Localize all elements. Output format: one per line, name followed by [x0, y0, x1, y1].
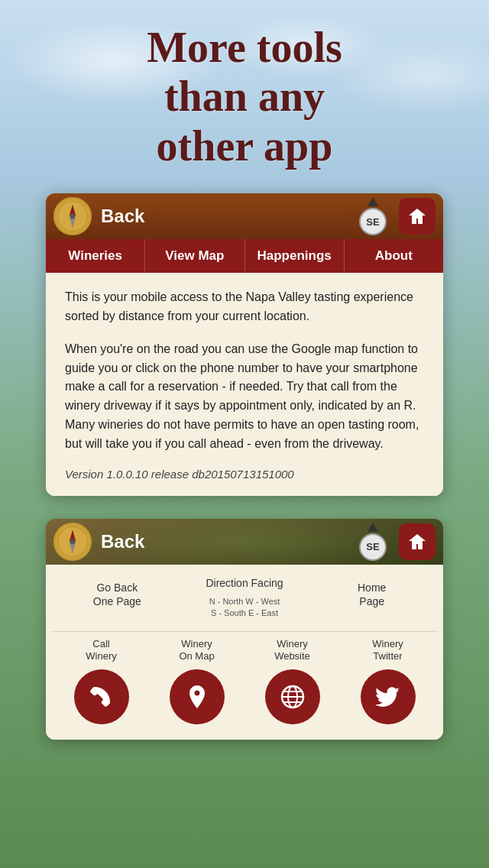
winery-twitter-label: Winery Twitter: [372, 638, 403, 664]
winery-website-label: Winery Website: [274, 638, 310, 664]
winery-on-map-col: Winery On Map: [149, 638, 244, 725]
app-card-1: Back SE Wineries View Map Happenings Abo…: [46, 193, 443, 495]
compass-triangle-1: [368, 197, 378, 206]
nav-bar-1: Back SE: [46, 193, 443, 239]
home-button-2[interactable]: [399, 523, 436, 560]
go-back-col[interactable]: Go Back One Page: [53, 581, 181, 614]
buttons-row: Go Back One Page Direction Facing N - No…: [46, 565, 443, 631]
home-page-label: Home Page: [358, 581, 386, 608]
nav-logo[interactable]: [53, 197, 92, 235]
winery-website-col: Winery Website: [244, 638, 340, 725]
direction-facing-col: Direction Facing N - North W - West S - …: [181, 576, 309, 620]
home-page-col[interactable]: Home Page: [308, 581, 436, 614]
menu-viewmap[interactable]: View Map: [144, 239, 244, 273]
menu-bar-1: Wineries View Map Happenings About: [46, 239, 443, 273]
svg-point-3: [70, 214, 76, 219]
compass-triangle-2: [368, 523, 378, 532]
direction-sub-label: N - North W - West S - South E - East: [209, 596, 280, 620]
call-winery-label: Call Winery: [86, 638, 116, 664]
winery-on-map-button[interactable]: [170, 669, 225, 724]
menu-about[interactable]: About: [344, 239, 443, 273]
winery-on-map-label: Winery On Map: [179, 638, 214, 664]
compass-circle-2: SE: [359, 533, 387, 561]
back-button-1[interactable]: Back: [101, 206, 355, 227]
nav-logo-2[interactable]: [53, 523, 92, 561]
menu-wineries[interactable]: Wineries: [46, 239, 144, 273]
menu-happenings[interactable]: Happenings: [244, 239, 344, 273]
home-button-1[interactable]: [399, 198, 436, 235]
hero-title: More tools than any other app: [147, 23, 342, 170]
nav-bar-2: Back SE: [46, 519, 443, 565]
back-button-2[interactable]: Back: [101, 531, 355, 552]
call-winery-col: Call Winery: [53, 638, 149, 725]
direction-facing-label: Direction Facing: [206, 576, 283, 590]
winery-twitter-col: Winery Twitter: [340, 638, 436, 725]
action-icons-row: Call Winery Winery On Map Winery Web: [46, 632, 443, 740]
compass-circle-1: SE: [359, 208, 387, 235]
card-body-1: This is your mobile access to the Napa V…: [46, 273, 443, 495]
winery-website-button[interactable]: [265, 669, 320, 724]
winery-twitter-button[interactable]: [361, 669, 416, 724]
go-back-label: Go Back One Page: [93, 581, 141, 608]
card-paragraph-2: When you're on the road you can use the …: [65, 340, 424, 454]
nav-compass-2: SE: [355, 522, 391, 562]
card-paragraph-1: This is your mobile access to the Napa V…: [65, 288, 424, 326]
call-winery-button[interactable]: [74, 669, 129, 724]
version-text: Version 1.0.0.10 release db2015071315100…: [65, 468, 424, 481]
app-card-2: Back SE Go Back One Page Direction Facin…: [46, 519, 443, 740]
nav-compass-1: SE: [355, 196, 391, 236]
svg-point-7: [70, 539, 76, 544]
